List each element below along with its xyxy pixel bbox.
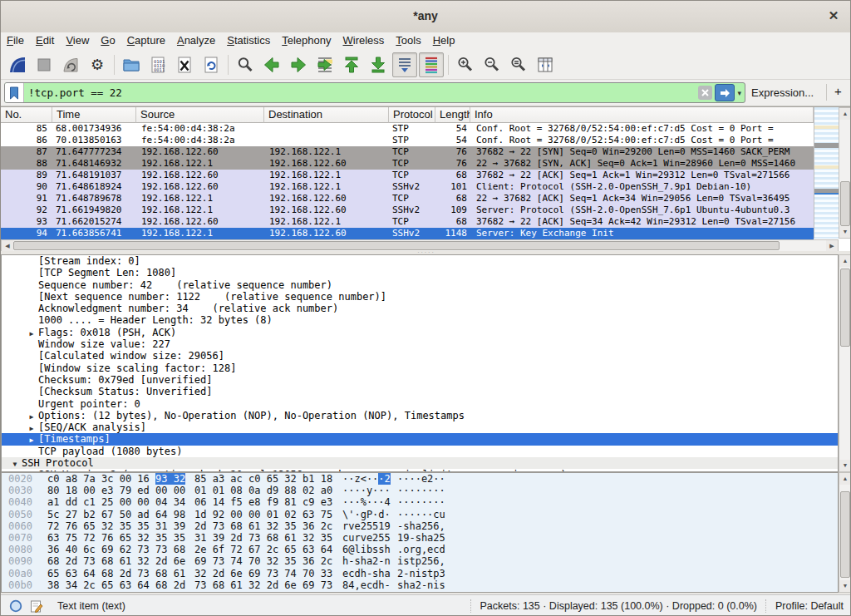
restart-capture-button[interactable] (58, 52, 83, 77)
reload-file-button[interactable] (199, 52, 224, 77)
scroll-down-icon[interactable]: ▼ (839, 580, 851, 592)
apply-filter-icon[interactable] (715, 84, 735, 101)
detail-line[interactable]: Acknowledgment number: 34 (relative ack … (2, 303, 838, 314)
scrollbar-thumb[interactable] (840, 181, 850, 226)
filter-dropdown-icon[interactable]: ▾ (736, 89, 745, 97)
expression-button[interactable]: Expression... (751, 86, 814, 99)
scrollbar-thumb[interactable] (840, 491, 850, 578)
scroll-up-icon[interactable]: ▲ (839, 108, 851, 120)
column-header-time[interactable]: Time (52, 107, 136, 123)
detail-line[interactable]: [Checksum Status: Unverified] (2, 386, 838, 397)
column-header-source[interactable]: Source (136, 107, 264, 123)
menu-view[interactable]: View (60, 32, 95, 50)
find-packet-button[interactable] (233, 52, 258, 77)
close-file-button[interactable] (172, 52, 197, 77)
resize-columns-button[interactable] (533, 52, 558, 77)
packet-row[interactable]: 9271.661949820192.168.122.1192.168.122.6… (1, 205, 814, 216)
hex-row[interactable]: 006072 76 65 32 35 35 31 392d 73 68 61 3… (2, 520, 838, 532)
colorize-button[interactable] (419, 52, 444, 77)
scrollbar-thumb[interactable] (13, 241, 780, 250)
clear-filter-icon[interactable] (698, 86, 712, 100)
profile-label[interactable]: Profile: Default (775, 600, 844, 612)
close-icon[interactable]: ✕ (825, 7, 842, 24)
hex-row[interactable]: 003080 18 00 e3 79 ed 00 0001 01 08 0a d… (2, 485, 838, 496)
packet-row[interactable]: 8871.648146932192.168.122.1192.168.122.6… (1, 158, 814, 170)
column-header-protocol[interactable]: Protocol (389, 107, 435, 123)
hex-row[interactable]: 00a065 63 64 68 2d 73 68 6132 2d 6e 69 7… (2, 568, 838, 579)
packet-row[interactable]: 9171.648789678192.168.122.1192.168.122.6… (1, 193, 814, 205)
detail-line[interactable]: ▶Flags: 0x018 (PSH, ACK) (2, 327, 838, 338)
scroll-right-icon[interactable]: ▶ (826, 240, 838, 252)
hex-row[interactable]: 00505c 27 b2 67 50 ad 64 981d 92 00 00 0… (2, 509, 838, 520)
detail-line[interactable]: [Next sequence number: 1122 (relative se… (2, 291, 838, 303)
menu-analyze[interactable]: Analyze (171, 32, 221, 50)
go-last-button[interactable] (366, 52, 391, 77)
scrollbar-thumb[interactable] (840, 269, 850, 347)
go-first-button[interactable] (339, 52, 364, 77)
detail-line[interactable]: ▶Options: (12 bytes), No-Operation (NOP)… (2, 410, 838, 421)
menu-capture[interactable]: Capture (121, 32, 171, 50)
column-header-length[interactable]: Length (435, 107, 470, 123)
scroll-down-icon[interactable]: ▼ (839, 460, 851, 471)
zoom-out-button[interactable] (480, 52, 504, 77)
menu-go[interactable]: Go (95, 32, 121, 50)
go-to-packet-button[interactable] (312, 52, 337, 77)
packet-row[interactable]: 8771.647777234192.168.122.60192.168.122.… (1, 146, 814, 158)
detail-line[interactable]: [Window size scaling factor: 128] (2, 362, 838, 374)
packet-list-vscrollbar[interactable]: ▲ ▼ (839, 107, 851, 239)
detail-line[interactable]: Urgent pointer: 0 (2, 398, 838, 410)
bytes-vscrollbar[interactable]: ▲ ▼ (839, 472, 851, 593)
packet-row[interactable]: 9371.662015274192.168.122.60192.168.122.… (1, 216, 814, 228)
scroll-left-icon[interactable]: ◀ (2, 240, 13, 252)
detail-line[interactable]: Checksum: 0x79ed [unverified] (2, 374, 838, 386)
packet-list-minimap[interactable] (814, 107, 839, 239)
detail-line[interactable]: Window size value: 227 (2, 338, 838, 350)
go-next-button[interactable] (286, 52, 311, 77)
menu-telephony[interactable]: Telephony (276, 32, 337, 50)
detail-line[interactable]: [Calculated window size: 29056] (2, 350, 838, 362)
start-capture-button[interactable] (5, 52, 30, 77)
column-header-destination[interactable]: Destination (264, 107, 389, 123)
hex-row[interactable]: 00b038 34 2c 65 63 64 68 2d73 68 61 32 2… (2, 579, 838, 591)
details-vscrollbar[interactable]: ▲ ▼ (839, 254, 851, 472)
scroll-up-icon[interactable]: ▲ (839, 473, 851, 485)
stop-capture-button[interactable] (32, 52, 57, 77)
hex-row[interactable]: 0040a1 dd c1 25 00 00 04 3406 14 f5 e8 f… (2, 496, 838, 508)
display-filter-input[interactable]: !tcp.port == 22 ▾ (4, 82, 745, 103)
detail-line[interactable]: ▼SSH Protocol (2, 457, 838, 469)
hex-row[interactable]: 009068 2d 73 68 61 32 2d 6e69 73 74 70 3… (2, 555, 838, 567)
detail-line[interactable]: TCP payload (1080 bytes) (2, 446, 838, 457)
hex-row[interactable]: 008036 40 6c 69 62 73 73 682e 6f 72 67 2… (2, 544, 838, 555)
detail-line[interactable]: 1000 .... = Header Length: 32 bytes (8) (2, 314, 838, 326)
packet-row[interactable]: 9071.648618924192.168.122.60192.168.122.… (1, 181, 814, 193)
menu-file[interactable]: File (1, 32, 30, 50)
hex-row[interactable]: 0020c0 a8 7a 3c 00 16 93 3285 a3 ac c0 6… (2, 473, 838, 485)
save-file-button[interactable]: 010101100011 (145, 52, 170, 77)
menu-help[interactable]: Help (427, 32, 461, 50)
open-file-button[interactable] (119, 52, 144, 77)
menu-tools[interactable]: Tools (390, 32, 426, 50)
detail-line[interactable]: Sequence number: 42 (relative sequence n… (2, 279, 838, 291)
expert-info-icon[interactable] (9, 599, 22, 613)
detail-line[interactable]: [Stream index: 0] (2, 255, 838, 267)
column-header-no[interactable]: No. (1, 107, 52, 123)
auto-scroll-button[interactable] (392, 52, 417, 77)
capture-comment-icon[interactable] (30, 599, 43, 613)
hex-row[interactable]: 007063 75 72 76 65 32 35 3531 39 2d 73 6… (2, 532, 838, 544)
scroll-down-icon[interactable]: ▼ (839, 226, 851, 238)
zoom-in-button[interactable] (453, 52, 478, 77)
detail-line[interactable]: ▶[SEQ/ACK analysis] (2, 421, 838, 433)
add-filter-button[interactable]: + (834, 84, 842, 98)
scroll-up-icon[interactable]: ▲ (839, 255, 851, 267)
go-previous-button[interactable] (259, 52, 284, 77)
capture-options-button[interactable]: ⚙ (85, 52, 110, 77)
column-header-info[interactable]: Info (470, 107, 814, 123)
packet-row[interactable]: 8971.648191037192.168.122.60192.168.122.… (1, 170, 814, 181)
zoom-reset-button[interactable] (506, 52, 531, 77)
packet-row[interactable]: 8568.001734936fe:54:00:d4:38:2aSTP54Conf… (1, 123, 814, 135)
filter-bookmark-icon[interactable] (5, 83, 24, 102)
packet-row[interactable]: 8670.013850163fe:54:00:d4:38:2aSTP54Conf… (1, 135, 814, 146)
detail-line[interactable]: [TCP Segment Len: 1080] (2, 267, 838, 278)
packet-row[interactable]: 9471.663856741192.168.122.1192.168.122.6… (1, 228, 814, 239)
detail-line[interactable]: ▶[Timestamps] (2, 433, 838, 445)
